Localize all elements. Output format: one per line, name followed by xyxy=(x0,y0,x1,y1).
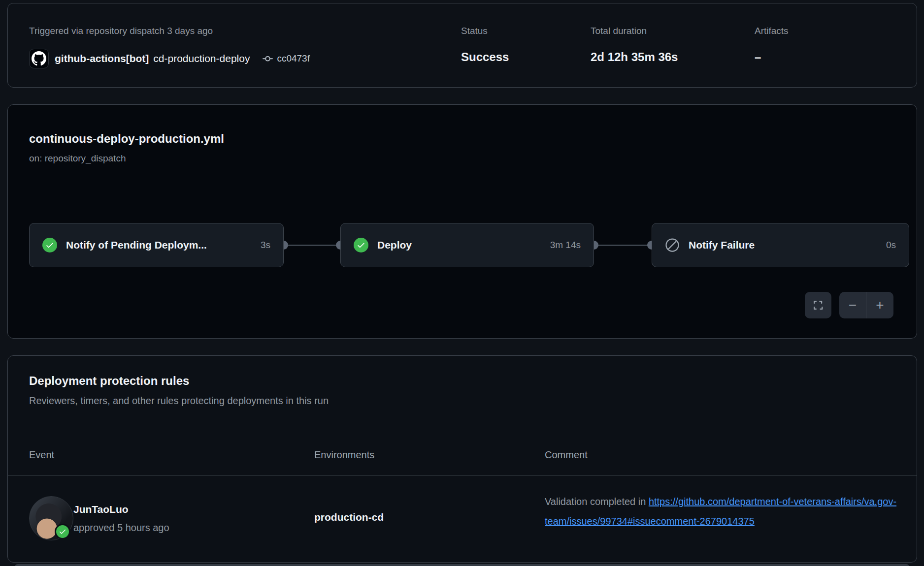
column-header-comment: Comment xyxy=(545,449,588,461)
job-node-deploy[interactable]: Deploy 3m 14s xyxy=(340,223,594,267)
reviewer-name[interactable]: JunTaoLuo xyxy=(73,503,169,515)
duration-value: 2d 12h 35m 36s xyxy=(591,50,678,64)
success-check-icon xyxy=(42,238,57,252)
workflow-run-page: Triggered via repository dispatch 3 days… xyxy=(0,0,924,566)
status-stat: Status Success xyxy=(461,25,509,64)
column-header-environments: Environments xyxy=(314,449,374,461)
environment-name: production-cd xyxy=(314,511,384,523)
comment-cell: Validation completed in https://github.c… xyxy=(545,492,913,531)
approved-badge xyxy=(55,524,70,539)
reviewer-block: JunTaoLuo approved 5 hours ago xyxy=(73,503,169,534)
commit-ref[interactable]: cc0473f xyxy=(263,53,310,64)
skipped-icon xyxy=(665,238,680,252)
graph-edge xyxy=(284,245,340,246)
success-check-icon xyxy=(354,238,368,252)
check-icon xyxy=(59,528,66,535)
status-value: Success xyxy=(461,50,509,64)
git-commit-icon xyxy=(263,54,273,64)
run-name: cd-production-deploy xyxy=(153,53,250,64)
job-name: Notify Failure xyxy=(689,239,879,251)
workflow-file-title: continuous-deploy-production.yml xyxy=(29,131,224,146)
zoom-out-button[interactable]: − xyxy=(839,292,866,318)
job-duration: 3m 14s xyxy=(550,240,581,251)
status-label: Status xyxy=(461,25,509,37)
job-duration: 0s xyxy=(886,240,896,251)
duration-label: Total duration xyxy=(591,25,678,37)
artifacts-value: – xyxy=(755,50,789,64)
artifacts-stat: Artifacts – xyxy=(755,25,789,64)
reviewer-action: approved 5 hours ago xyxy=(73,522,169,534)
job-name: Notify of Pending Deploym... xyxy=(66,239,254,251)
zoom-in-button[interactable]: + xyxy=(866,292,893,318)
job-node-notify-pending[interactable]: Notify of Pending Deploym... 3s xyxy=(29,223,284,267)
job-duration: 3s xyxy=(261,240,270,251)
zoom-button-group: − + xyxy=(839,292,893,318)
next-section-edge xyxy=(15,564,909,566)
commit-sha: cc0473f xyxy=(277,53,310,64)
actor-line: github-actions[bot] cd-production-deploy… xyxy=(29,49,310,68)
run-info: Triggered via repository dispatch 3 days… xyxy=(29,25,310,68)
artifacts-label: Artifacts xyxy=(755,25,789,37)
rules-subtitle: Reviewers, timers, and other rules prote… xyxy=(29,395,329,407)
duration-stat: Total duration 2d 12h 35m 36s xyxy=(591,25,678,64)
job-node-notify-failure[interactable]: Notify Failure 0s xyxy=(652,223,909,267)
job-name: Deploy xyxy=(377,239,543,251)
rules-title: Deployment protection rules xyxy=(29,374,189,388)
github-actions-avatar[interactable] xyxy=(29,49,49,68)
column-header-event: Event xyxy=(29,449,54,461)
workflow-graph-card: continuous-deploy-production.yml on: rep… xyxy=(7,104,917,339)
trigger-summary: Triggered via repository dispatch 3 days… xyxy=(29,25,310,37)
deployment-protection-rules-card: Deployment protection rules Reviewers, t… xyxy=(7,355,917,563)
graph-edge xyxy=(594,245,652,246)
fullscreen-button[interactable] xyxy=(805,292,831,318)
octocat-icon xyxy=(32,51,46,66)
workflow-trigger: on: repository_dispatch xyxy=(29,153,126,164)
comment-text: Validation completed in xyxy=(545,496,649,507)
table-header-divider xyxy=(8,475,917,476)
run-summary-card: Triggered via repository dispatch 3 days… xyxy=(7,3,917,88)
graph-controls: − + xyxy=(805,292,893,318)
actor-name[interactable]: github-actions[bot] xyxy=(55,53,149,64)
screen-full-icon xyxy=(812,299,824,311)
